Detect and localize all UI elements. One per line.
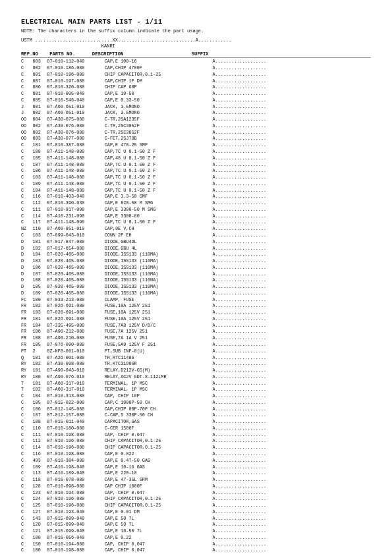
suffix: A...................	[213, 335, 371, 342]
description: CAP,9E V,CH	[105, 226, 213, 233]
parts-number: 87-026-691-080	[47, 316, 104, 323]
description: CLAMP, FUSE	[105, 296, 213, 303]
description: C-TR,2SC3052F	[105, 129, 213, 136]
table-row: C60687-010-320-080CHIP CAP 68PA.........…	[21, 84, 371, 91]
description: C-CER 1500F	[105, 426, 213, 432]
suffix: A...................	[213, 181, 371, 188]
ref-number: 102	[32, 303, 47, 310]
ref-letter: C	[21, 72, 32, 78]
parts-number: 87-010-546-040	[47, 97, 104, 104]
ref-number: 104	[32, 393, 47, 400]
ref-number: 601	[32, 103, 47, 110]
ref-letter: NZ	[21, 226, 32, 233]
table-row: C11487-A10-231-090CAP,E 3300-80A........…	[21, 213, 371, 219]
table-row: C10387-A11-148-080CAP,TC U 0.1-50 Z FA..…	[21, 175, 371, 181]
ref-number: 101	[32, 316, 47, 323]
parts-number: 87-099-043-010	[47, 233, 104, 239]
description: DIODE,ISS133 (110MA)	[105, 265, 213, 271]
suffix: A...................	[213, 238, 371, 245]
description: DIODE,ISS133 (110MA)	[105, 258, 213, 265]
table-row: FC10087-033-213-080CLAMP, FUSEA.........…	[21, 296, 371, 303]
ref-number: 103	[32, 310, 47, 316]
description: RELAY,AC2V GDT-8-112LMR	[105, 374, 213, 381]
suffix: A...................	[213, 387, 371, 393]
ref-letter: C	[21, 219, 32, 226]
table-row: OO60287-A30-076-080C-TR,2SC3052FA.......…	[21, 129, 371, 136]
suffix: A...................	[213, 175, 371, 181]
description: CAP,E 470-25 SMF	[105, 142, 213, 149]
parts-number: 87-010-197-080	[47, 78, 104, 84]
table-row: FR10187-026-691-080FUSE,10A 125V 251A...…	[21, 316, 371, 323]
ref-letter: FC	[21, 296, 32, 303]
parts-number: 87-010-198-080	[47, 451, 104, 458]
ref-letter: C	[21, 149, 32, 155]
ref-letter: D	[21, 284, 32, 291]
ref-letter: Q	[21, 354, 32, 361]
ref-number: 100	[32, 374, 47, 381]
description: CAP,E 0.022	[105, 451, 213, 458]
suffix: A...................	[213, 129, 371, 136]
parts-number: 87-010-196-080	[47, 438, 104, 445]
suffix: A...................	[213, 110, 371, 117]
suffix: A...................	[213, 245, 371, 252]
table-row: C60187-010-005-040CAP,E 10-50A..........…	[21, 91, 371, 97]
table-row: D10387-020-465-080DIODE,ISS133 (110MA)A.…	[21, 258, 371, 265]
table-row: C12587-010-196-080CHIP CAPACITOR,0.1-25A…	[21, 503, 371, 509]
table-row: C15087-010-194-080CAP, CHIP 0.047A......…	[21, 541, 371, 547]
table-row: C10987-A10-198-040CAP,E 10-16 GASA......…	[21, 464, 371, 470]
description: CAP,E 0.22	[105, 535, 213, 541]
parts-number: 87-A11-148-080	[47, 187, 104, 194]
ref-letter: C	[21, 213, 32, 219]
parts-number: 87-010-196-080	[47, 72, 104, 78]
note: NOTE: The characters in the suffix colum…	[21, 28, 371, 34]
ref-letter: D	[21, 252, 32, 258]
parts-number: 87-010-193-040	[47, 509, 104, 516]
ref-letter: C	[21, 412, 32, 419]
suffix: A...................	[213, 445, 371, 451]
description: CAP,TC U 0.1-50 Z F	[105, 149, 213, 155]
ref-number: 100	[32, 296, 47, 303]
ref-letter: RY	[21, 368, 32, 374]
table-row: C14387-015-699-040CAP,E 50 7LA..........…	[21, 515, 371, 522]
parts-number: 87-010-196-080	[47, 445, 104, 451]
parts-number: 87-A11-148-090	[47, 219, 104, 226]
ref-number: 116	[32, 194, 47, 200]
parts-number: 87-020-465-080	[47, 258, 104, 265]
ref-letter: RY	[21, 374, 32, 381]
description: DIODE,ISS133 (110NA)	[105, 277, 213, 284]
ref-number: 110	[32, 226, 47, 233]
description: CHIP CAPACITOR,0.1-25	[105, 445, 213, 451]
ref-number: 493	[32, 457, 47, 464]
ref-number: 2	[32, 348, 47, 354]
ref-letter: C	[21, 515, 32, 522]
ref-number: 100	[32, 535, 47, 541]
ref-number: 602	[32, 123, 47, 130]
table-row: J60187-A60-651-010JACK, 3.5MONOA........…	[21, 103, 371, 110]
parts-number: 87-010-078-080	[47, 477, 104, 484]
description: CAP,C 1000P-50 CH	[105, 400, 213, 406]
description: CAP,E 10-50	[105, 91, 213, 97]
ref-number: 601	[32, 91, 47, 97]
table-row: D10987-020-465-080DIODE,ISS133 (110MA)A.…	[21, 291, 371, 297]
ref-letter: T	[21, 387, 32, 393]
suffix: A...................	[213, 219, 371, 226]
description: CAP,TC U 0.1-50 Z F	[105, 187, 213, 194]
ref-letter: C	[21, 406, 32, 412]
suffix: A...................	[213, 535, 371, 541]
ref-number: 143	[32, 515, 47, 522]
parts-number: 87-026-691-080	[47, 303, 104, 310]
description: DIODE,ISS133 (110MA)	[105, 252, 213, 258]
table-row: PT28Z-NF8-661-010PT,SUB INF-8(U)A.......…	[21, 348, 371, 354]
ref-letter: C	[21, 470, 32, 477]
description: CAP CHIP 1000F	[105, 484, 213, 490]
ref-number: 105	[32, 284, 47, 291]
ref-letter: FR	[21, 303, 32, 310]
table-row: J60287-A60-651-010JACK, 3.5MONOA........…	[21, 110, 371, 117]
ref-letter: C	[21, 91, 32, 97]
description: CAP,CHIP 00P-70P CH	[105, 406, 213, 412]
description: FUSE,7A 125V 251	[105, 329, 213, 335]
suffix: A...................	[213, 342, 371, 348]
parts-number: 87-A11-148-080	[47, 149, 104, 155]
description: CAP,E 220-10	[105, 470, 213, 477]
parts-number: 87-A60-317-010	[47, 387, 104, 393]
